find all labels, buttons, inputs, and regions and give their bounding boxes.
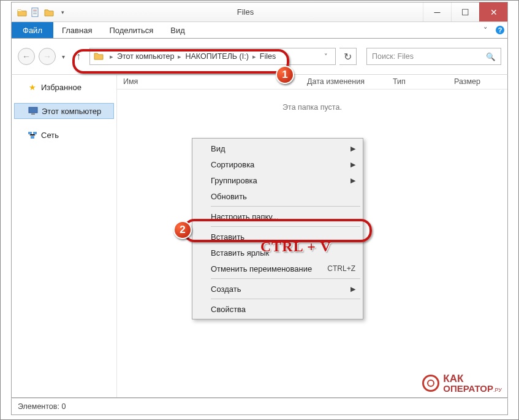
menu-separator	[211, 206, 360, 207]
search-icon: 🔍	[486, 52, 496, 61]
column-headers: Имя Дата изменения Тип Размер	[117, 75, 507, 90]
menu-separator	[211, 278, 360, 279]
chevron-right-icon[interactable]: ▸	[107, 53, 116, 61]
tab-home[interactable]: Главная	[53, 22, 100, 38]
folder-icon	[94, 52, 104, 61]
ctx-view[interactable]: Вид ▶	[194, 140, 362, 156]
maximize-button[interactable]: ☐	[451, 2, 479, 21]
history-dropdown[interactable]: ▾	[59, 53, 67, 60]
svg-rect-1	[33, 10, 37, 10]
address-bar[interactable]: ▸ Этот компьютер ▸ НАКОПИТЕЛЬ (I:) ▸ Fil…	[89, 48, 336, 65]
sidebar-item-network[interactable]: Сеть	[12, 128, 116, 142]
computer-icon	[28, 106, 38, 116]
ctx-undo-rename[interactable]: Отменить переименование CTRL+Z	[194, 261, 362, 277]
sidebar-item-favorites[interactable]: ★ Избранное	[12, 80, 116, 94]
file-tab[interactable]: Файл	[12, 22, 53, 38]
star-icon: ★	[28, 82, 37, 92]
column-type[interactable]: Тип	[387, 75, 448, 89]
ctx-refresh[interactable]: Обновить	[194, 188, 362, 204]
forward-button[interactable]: →	[39, 48, 56, 65]
ribbon-collapse-icon[interactable]: ˅	[478, 22, 493, 38]
status-bar: Элементов: 0	[11, 398, 508, 415]
tab-view[interactable]: Вид	[162, 22, 194, 38]
chevron-right-icon[interactable]: ▸	[175, 53, 184, 61]
title-bar: ▾ Files ─ ☐ ✕	[11, 2, 508, 21]
sidebar-item-label: Этот компьютер	[42, 107, 101, 116]
svg-rect-10	[31, 136, 34, 139]
submenu-arrow-icon: ▶	[350, 177, 355, 185]
svg-rect-3	[33, 13, 37, 14]
status-item-count: Элементов: 0	[18, 402, 66, 411]
breadcrumb-this-pc[interactable]: Этот компьютер	[116, 52, 175, 61]
annotation-badge-2: 2	[173, 221, 192, 239]
svg-rect-6	[29, 107, 37, 113]
submenu-arrow-icon: ▶	[350, 145, 355, 153]
menu-separator	[211, 299, 360, 299]
submenu-arrow-icon: ▶	[350, 161, 355, 169]
column-name[interactable]: Имя	[117, 75, 301, 89]
address-dropdown-icon[interactable]: ˅	[320, 53, 331, 61]
ctx-properties[interactable]: Свойства	[194, 301, 362, 317]
ribbon-tabs: Файл Главная Поделиться Вид ˅ ?	[11, 21, 508, 39]
tab-share[interactable]: Поделиться	[100, 22, 162, 38]
menu-separator	[211, 226, 360, 227]
ctx-sort[interactable]: Сортировка ▶	[194, 156, 362, 172]
navigation-bar: ← → ▾ ↑ ▸ Этот компьютер ▸ НАКОПИТЕЛЬ (I…	[11, 39, 508, 74]
window-title: Files	[68, 7, 423, 17]
svg-rect-8	[28, 132, 32, 134]
ctx-customize-folder[interactable]: Настроить папку...	[194, 208, 362, 224]
ctx-group[interactable]: Группировка ▶	[194, 172, 362, 188]
back-button[interactable]: ←	[18, 48, 35, 65]
sidebar-item-this-pc[interactable]: Этот компьютер	[14, 103, 114, 119]
svg-text:?: ?	[498, 26, 502, 34]
ctx-new[interactable]: Создать ▶	[194, 281, 362, 297]
qat-newfolder-icon[interactable]	[44, 7, 55, 18]
annotation-badge-1: 1	[276, 66, 294, 84]
search-placeholder: Поиск: Files	[372, 52, 414, 61]
context-menu: Вид ▶ Сортировка ▶ Группировка ▶ Обновит…	[192, 138, 363, 319]
shortcut-label: CTRL+Z	[327, 264, 355, 273]
up-button[interactable]: ↑	[71, 49, 86, 64]
column-size[interactable]: Размер	[448, 75, 503, 89]
qat-dropdown-icon[interactable]: ▾	[57, 7, 68, 18]
search-input[interactable]: Поиск: Files 🔍	[366, 48, 501, 65]
qat-properties-icon[interactable]	[30, 7, 41, 18]
minimize-button[interactable]: ─	[423, 2, 451, 21]
navigation-pane: ★ Избранное Этот компьютер Сеть	[12, 75, 117, 397]
column-date[interactable]: Дата изменения	[301, 75, 387, 89]
breadcrumb-folder[interactable]: Files	[259, 52, 277, 61]
svg-rect-2	[33, 12, 37, 12]
help-icon[interactable]: ?	[493, 22, 507, 38]
sidebar-item-label: Избранное	[41, 83, 81, 92]
close-button[interactable]: ✕	[479, 2, 507, 21]
svg-rect-9	[33, 132, 37, 134]
empty-folder-message: Эта папка пуста.	[117, 103, 507, 112]
watermark: КАК ОПЕРАТОР.РУ	[422, 373, 502, 393]
breadcrumb-drive[interactable]: НАКОПИТЕЛЬ (I:)	[184, 52, 249, 61]
svg-rect-7	[31, 113, 35, 115]
refresh-button[interactable]: ↻	[339, 48, 357, 65]
submenu-arrow-icon: ▶	[350, 285, 355, 293]
chevron-right-icon[interactable]: ▸	[250, 53, 259, 61]
watermark-logo-icon	[422, 375, 439, 392]
network-icon	[28, 130, 37, 140]
sidebar-item-label: Сеть	[41, 131, 59, 140]
annotation-shortcut-text: CTRL + V	[260, 239, 331, 255]
qat-folder-icon	[17, 7, 28, 18]
